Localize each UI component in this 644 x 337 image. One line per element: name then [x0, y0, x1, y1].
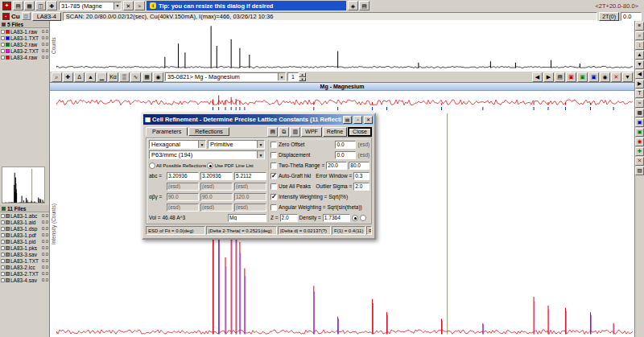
- file-checkbox[interactable]: [1, 259, 5, 263]
- bottom-file-list-header[interactable]: 11 Files: [0, 205, 49, 212]
- hatch-icon[interactable]: ▩: [635, 109, 644, 117]
- displacement-field[interactable]: [335, 151, 356, 159]
- window-split-icon[interactable]: ◫: [35, 1, 46, 10]
- kalpha-strip-icon[interactable]: Kα: [108, 72, 118, 82]
- file-checkbox[interactable]: [1, 220, 5, 224]
- file-checkbox[interactable]: [1, 214, 5, 218]
- crystal-system-combo[interactable]: Hexagonal ▼: [149, 140, 206, 149]
- file-checkbox[interactable]: [1, 233, 5, 237]
- file-row[interactable]: LA83-4.raw 0.0: [0, 54, 49, 60]
- c-field[interactable]: [234, 172, 266, 180]
- next-phase-icon[interactable]: ▶: [543, 72, 554, 82]
- close-overlay-icon[interactable]: ✕: [611, 72, 621, 82]
- pdf-phase-combo[interactable]: 31-785 (Magne ▼: [59, 2, 122, 10]
- pdf-card-combo[interactable]: 35-0821> Mg - Magnesium ▼: [165, 72, 286, 81]
- file-checkbox[interactable]: [1, 278, 5, 282]
- peak-id-icon[interactable]: ▲: [85, 72, 96, 82]
- pdf-line-list-radio[interactable]: [207, 162, 213, 169]
- auto-graft-checkbox[interactable]: [270, 173, 277, 179]
- file-row[interactable]: LA83-2.raw 0.0: [0, 41, 49, 47]
- file-row[interactable]: LA83-1.TXT 0.0: [0, 257, 49, 264]
- angular-weighting-checkbox[interactable]: [270, 204, 277, 211]
- displacement-checkbox[interactable]: [270, 152, 277, 158]
- pattern-grid-icon[interactable]: ▦: [24, 1, 35, 10]
- wave-tool-icon[interactable]: ≈: [635, 99, 644, 108]
- clear-icon[interactable]: ✕: [123, 1, 134, 10]
- report-icon[interactable]: ▤: [359, 1, 369, 10]
- file-checkbox[interactable]: [1, 55, 5, 60]
- pan-vertical-icon[interactable]: ↕: [635, 41, 644, 50]
- restore-icon[interactable]: ▫: [353, 116, 362, 124]
- overlay-icon[interactable]: ≈: [134, 1, 145, 10]
- density-field[interactable]: [323, 214, 350, 222]
- green-layer-icon[interactable]: ▣: [635, 128, 644, 137]
- overview-spectrum[interactable]: [56, 21, 633, 69]
- zero-offset-checkbox[interactable]: [270, 142, 277, 148]
- split-view-icon[interactable]: ◫: [22, 12, 31, 20]
- blue-trace-icon[interactable]: ▣: [588, 72, 599, 82]
- scroll-right-icon[interactable]: ▶: [635, 80, 644, 88]
- report-icon[interactable]: ▤: [267, 127, 278, 137]
- red-trace-icon[interactable]: ▣: [566, 72, 576, 82]
- file-open-icon[interactable]: ▤: [13, 1, 23, 10]
- delete-icon[interactable]: ✕: [635, 157, 644, 166]
- close-button[interactable]: Close: [348, 127, 372, 137]
- target-icon[interactable]: ◉: [600, 72, 610, 82]
- cursor-mode-button[interactable]: 2T(0): [599, 12, 619, 21]
- zero-offset-field[interactable]: [335, 141, 356, 149]
- keyboard-icon[interactable]: ▤: [343, 116, 352, 124]
- density-option-b-radio[interactable]: [360, 215, 366, 221]
- formula-field[interactable]: [228, 214, 266, 222]
- scroll-up-icon[interactable]: ▲: [635, 51, 644, 60]
- use-all-peaks-checkbox[interactable]: [270, 183, 277, 190]
- background-icon[interactable]: ▒: [119, 72, 130, 82]
- top-file-list-header[interactable]: 5 Files: [0, 21, 49, 28]
- file-row[interactable]: LA83-1.abc 0.0: [0, 212, 49, 219]
- green-trace-icon[interactable]: ▣: [577, 72, 588, 82]
- app-icon[interactable]: ✦: [2, 2, 11, 10]
- file-checkbox[interactable]: [1, 227, 5, 231]
- z-field[interactable]: [280, 214, 298, 222]
- file-checkbox[interactable]: [1, 253, 5, 257]
- file-checkbox[interactable]: [1, 43, 5, 47]
- tab-parameters[interactable]: Parameters: [146, 127, 188, 136]
- file-row[interactable]: LA83-2.TXT 0.0: [0, 47, 49, 54]
- dialog-titlebar[interactable]: ▦ Cell Refinement - Determine Precise La…: [143, 114, 374, 125]
- space-group-combo[interactable]: P63/mmc (194) ▼: [149, 150, 265, 159]
- text-tool-icon[interactable]: T: [635, 89, 644, 98]
- file-row[interactable]: LA83-4.sav 0.0: [0, 277, 49, 283]
- refine-button[interactable]: Refine: [323, 127, 347, 137]
- file-row[interactable]: LA83-1.dsp 0.0: [0, 225, 49, 232]
- file-row[interactable]: LA83-1.raw 0.0: [0, 28, 49, 35]
- pattern-thumbnail[interactable]: [2, 166, 45, 203]
- file-row[interactable]: LA83-3.sav 0.0: [0, 251, 49, 257]
- file-checkbox[interactable]: [1, 30, 5, 34]
- anode-tab[interactable]: Cu: [11, 13, 20, 20]
- copy-icon[interactable]: ⧉: [279, 127, 289, 137]
- baseline-icon[interactable]: ▁: [97, 72, 107, 82]
- error-window-field[interactable]: [353, 172, 369, 180]
- texture-icon[interactable]: ▨: [635, 166, 644, 175]
- all-reflections-radio[interactable]: [149, 162, 155, 169]
- file-row[interactable]: LA83-1.pdf 0.0: [0, 232, 49, 238]
- outlier-sigma-field[interactable]: [353, 183, 369, 191]
- record-icon[interactable]: ◉: [635, 138, 644, 146]
- b-field[interactable]: [200, 172, 233, 180]
- file-row[interactable]: LA83-1.aid 0.0: [0, 219, 49, 225]
- file-checkbox[interactable]: [1, 272, 5, 276]
- add-trace-icon[interactable]: ✚: [635, 147, 644, 156]
- file-checkbox[interactable]: [1, 36, 5, 40]
- intensity-weighting-checkbox[interactable]: [270, 194, 277, 200]
- print-icon[interactable]: ▥: [290, 127, 300, 137]
- grid-icon[interactable]: ▦: [142, 72, 152, 82]
- a-field[interactable]: [167, 172, 199, 180]
- file-checkbox[interactable]: [1, 246, 5, 250]
- scroll-down-icon[interactable]: ▼: [635, 60, 644, 69]
- spin-down-icon[interactable]: ▼: [299, 77, 306, 82]
- density-option-a-radio[interactable]: [352, 215, 358, 221]
- crosshair-icon[interactable]: ✚: [63, 72, 73, 82]
- file-row[interactable]: LA83-2.TXT 0.0: [0, 270, 49, 277]
- focus-icon[interactable]: ◉: [153, 72, 163, 82]
- file-tab[interactable]: LA83-4: [32, 12, 61, 21]
- zoom-tool-icon[interactable]: ⌕: [635, 31, 644, 40]
